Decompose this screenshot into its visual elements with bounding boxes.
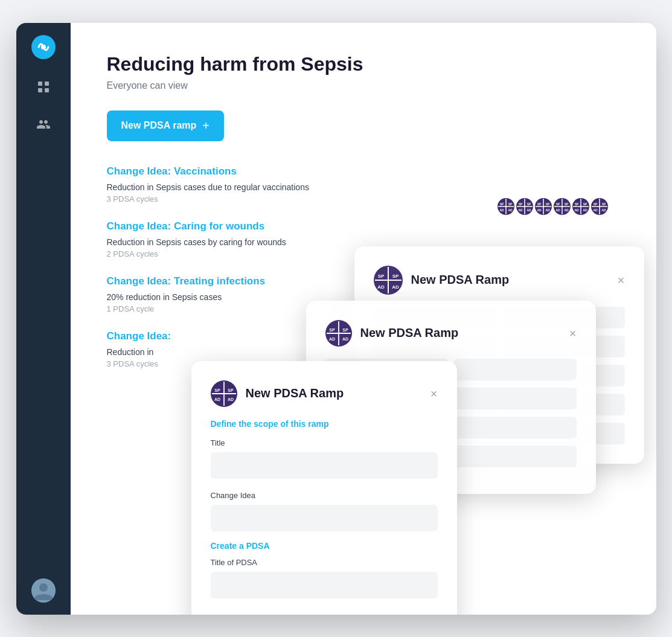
svg-text:SP: SP [214, 388, 220, 392]
pdsa-logo-icon-sm: SP SP AD AD [325, 320, 352, 347]
title-input[interactable] [211, 452, 438, 479]
change-idea-input[interactable] [211, 505, 438, 531]
svg-text:SP: SP [545, 202, 549, 206]
svg-text:SP: SP [537, 202, 541, 206]
modal-1-header-left: SP SP AD AD New PDSA Ramp [325, 320, 459, 347]
change-idea-2-desc: Reduction in Sepsis cases by caring for … [107, 237, 620, 247]
modal-scope-title: Define the scope of this ramp [211, 419, 438, 429]
svg-text:AD: AD [601, 208, 606, 212]
users-nav-icon[interactable] [34, 115, 53, 134]
app-logo[interactable] [31, 35, 56, 59]
svg-rect-2 [38, 82, 42, 86]
svg-text:SP: SP [228, 388, 234, 392]
svg-text:AD: AD [518, 208, 523, 212]
svg-text:SP: SP [329, 328, 335, 332]
svg-text:AD: AD [574, 208, 579, 212]
main-content: Reducing harm from Sepsis Everyone can v… [71, 23, 656, 615]
svg-text:SP: SP [342, 328, 348, 332]
svg-text:AD: AD [564, 208, 569, 212]
svg-text:SP: SP [601, 202, 606, 206]
modal-2-header-left: SP SP AD AD New PDSA Ramp [374, 266, 510, 295]
svg-text:AD: AD [499, 208, 504, 212]
svg-text:SP: SP [593, 202, 597, 206]
svg-rect-4 [38, 88, 42, 92]
grid-nav-icon[interactable] [34, 77, 53, 97]
pdsa-title-field-label: Title of PDSA [211, 558, 438, 567]
modal-2-title: New PDSA Ramp [411, 273, 510, 287]
modal-front-header: SP SP AD AD New PDSA Ramp × [211, 380, 438, 407]
pdsa-wheel-icon: SP SP AD AD [535, 198, 552, 215]
svg-text:AD: AD [328, 337, 334, 341]
change-idea-field-group: Change Idea [211, 491, 438, 531]
svg-text:SP: SP [526, 202, 531, 206]
title-field-label: Title [211, 438, 438, 447]
svg-rect-5 [45, 88, 49, 92]
svg-text:AD: AD [545, 208, 550, 212]
new-pdsa-label: New PDSA ramp [121, 120, 197, 131]
modal-1-close-button[interactable]: × [569, 327, 577, 339]
modal-front-close-button[interactable]: × [430, 388, 438, 400]
svg-text:SP: SP [508, 202, 512, 206]
modal-2-header: SP SP AD AD New PDSA Ramp × [374, 266, 625, 295]
pdsa-cluster-1: SP SP AD AD SP SP AD AD [498, 198, 608, 215]
modal-1-header: SP SP AD AD New PDSA Ramp × [325, 320, 577, 347]
svg-text:AD: AD [377, 284, 385, 290]
change-idea-1-title[interactable]: Change Idea: Vaccinations [107, 165, 620, 178]
svg-text:AD: AD [593, 208, 598, 212]
svg-text:AD: AD [526, 208, 531, 212]
svg-text:SP: SP [574, 202, 578, 206]
new-pdsa-button[interactable]: New PDSA ramp + [107, 110, 224, 141]
svg-text:AD: AD [583, 208, 587, 212]
svg-text:SP: SP [564, 202, 568, 206]
modal-2-close-button[interactable]: × [618, 274, 625, 286]
modal-front-header-left: SP SP AD AD New PDSA Ramp [211, 380, 344, 407]
create-pdsa-link[interactable]: Create a PDSA [211, 541, 438, 551]
svg-text:AD: AD [537, 208, 542, 212]
pdsa-wheel-icon: SP SP AD AD [516, 198, 533, 215]
svg-text:SP: SP [499, 202, 504, 206]
svg-text:SP: SP [518, 202, 522, 206]
change-idea-2-title[interactable]: Change Idea: Caring for wounds [107, 220, 620, 232]
pdsa-title-field-group: Title of PDSA [211, 558, 438, 598]
page-subtitle: Everyone can view [107, 80, 620, 91]
change-idea-field-label: Change Idea [211, 491, 438, 500]
page-title: Reducing harm from Sepsis [107, 53, 620, 75]
svg-point-1 [41, 45, 46, 50]
pdsa-wheel-icon: SP SP AD AD [554, 198, 571, 215]
sidebar [16, 23, 71, 615]
pdsa-wheel-icon: SP SP AD AD [591, 198, 608, 215]
pdsa-title-input[interactable] [211, 572, 438, 598]
pdsa-logo-front-icon: SP SP AD AD [211, 380, 237, 407]
svg-text:AD: AD [508, 208, 513, 212]
pdsa-wheel-icon: SP SP AD AD [498, 198, 514, 215]
title-field-group: Title [211, 438, 438, 479]
svg-text:AD: AD [342, 337, 348, 341]
svg-text:SP: SP [377, 274, 384, 279]
pdsa-wheel-icon: SP SP AD AD [572, 198, 589, 215]
app-container: Reducing harm from Sepsis Everyone can v… [16, 23, 656, 615]
plus-icon: + [202, 119, 210, 133]
modal-front-title: New PDSA Ramp [246, 386, 344, 400]
svg-text:AD: AD [555, 208, 560, 212]
svg-text:SP: SP [583, 202, 587, 206]
svg-text:AD: AD [392, 284, 399, 290]
user-avatar[interactable] [31, 578, 56, 603]
modal-1-title: New PDSA Ramp [360, 326, 459, 340]
pdsa-logo-icon: SP SP AD AD [374, 266, 403, 295]
svg-point-7 [39, 583, 48, 592]
svg-text:AD: AD [214, 397, 220, 402]
change-idea-1-desc: Reduction in Sepsis cases due to regular… [107, 182, 620, 192]
svg-text:SP: SP [555, 202, 560, 206]
svg-rect-3 [45, 82, 49, 86]
svg-text:SP: SP [392, 274, 398, 279]
modal-front: SP SP AD AD New PDSA Ramp × Define the s… [191, 361, 457, 615]
svg-text:AD: AD [227, 397, 233, 402]
